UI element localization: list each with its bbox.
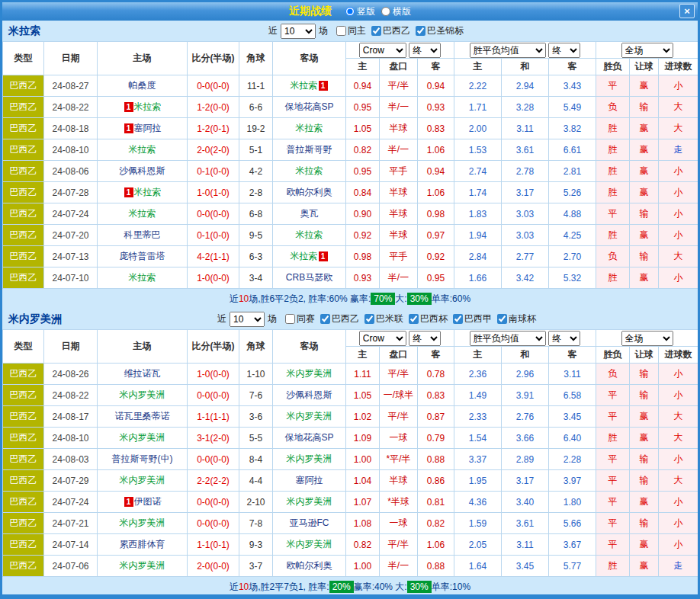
avg-type-select[interactable]: 胜平负均值	[470, 43, 546, 58]
team-link[interactable]: 米拉索	[134, 187, 162, 197]
odds-stage-select[interactable]: 终	[409, 43, 441, 58]
odds-home-cell: 1.07	[346, 492, 380, 513]
filter-option[interactable]: 同赛	[285, 312, 315, 325]
team-link[interactable]: 帕桑度	[129, 80, 156, 91]
team-link[interactable]: 欧帕尔利奥	[287, 560, 332, 571]
team-link[interactable]: 米拉索	[296, 165, 323, 176]
result-cell: 平	[596, 534, 630, 556]
handicap-result-cell: 输	[630, 513, 659, 534]
col-header-avg-away: 客	[549, 59, 596, 75]
filter-checkbox[interactable]	[364, 314, 374, 324]
team-link[interactable]: 米拉索	[134, 101, 162, 112]
team-link[interactable]: 米内罗美洲	[120, 560, 165, 571]
close-button[interactable]: ×	[679, 4, 695, 18]
team-link[interactable]: 亚马逊FC	[290, 517, 329, 528]
team-link[interactable]: 米内罗美洲	[120, 517, 165, 528]
col-header-score: 比分(半场)	[188, 330, 239, 364]
team-link[interactable]: 米拉索	[291, 251, 318, 261]
team-link[interactable]: 欧帕尔利奥	[287, 187, 332, 197]
filter-checkbox[interactable]	[336, 26, 346, 36]
team-link[interactable]: 庞特普雷塔	[120, 251, 165, 261]
handicap-cell: 平手	[380, 246, 418, 267]
avg-stage-select[interactable]: 终	[548, 331, 580, 346]
bookmaker-select[interactable]: Crow	[359, 331, 406, 346]
team-link[interactable]: 伊图诺	[134, 496, 162, 507]
score-cell: 4-2(1-1)	[188, 246, 239, 267]
team-link[interactable]: 沙佩科恩斯	[120, 165, 165, 176]
filter-option[interactable]: 巴西甲	[453, 312, 492, 325]
filter-checkbox[interactable]	[497, 314, 507, 324]
team-link[interactable]: 普拉斯哥野	[287, 144, 332, 155]
handicap-cell: 一球	[380, 428, 418, 449]
scope-group-header: 全场	[596, 330, 698, 347]
team-link[interactable]: 保地花高SP	[284, 432, 333, 443]
layout-horizontal-option[interactable]: 横版	[381, 5, 411, 18]
team-link[interactable]: 奥瓦	[300, 208, 319, 219]
team-link[interactable]: 米拉索	[291, 80, 318, 91]
filter-checkbox[interactable]	[320, 314, 330, 324]
filter-option[interactable]: 巴西乙	[371, 24, 410, 37]
odds-home-cell: 1.04	[346, 470, 380, 492]
team-link[interactable]: 米拉索	[129, 208, 156, 219]
filter-checkbox[interactable]	[453, 314, 463, 324]
team-link[interactable]: 沙佩科恩斯	[287, 389, 332, 400]
team-link[interactable]: 米拉索	[129, 272, 156, 283]
team-link[interactable]: 米内罗美洲	[120, 389, 165, 400]
team-link[interactable]: 米内罗美洲	[287, 411, 332, 421]
team-link[interactable]: 米内罗美洲	[287, 496, 332, 507]
col-header-odds-home: 主	[346, 347, 380, 364]
team-link[interactable]: 普拉斯哥野(中)	[112, 453, 173, 464]
scope-select[interactable]: 全场	[621, 43, 673, 58]
filter-option[interactable]: 巴圣锦标	[416, 24, 464, 37]
team-link[interactable]: 米内罗美洲	[120, 475, 165, 485]
filter-option[interactable]: 巴米联	[364, 312, 403, 325]
team-link[interactable]: CRB马瑟欧	[286, 272, 332, 283]
team-link[interactable]: 科里蒂巴	[124, 229, 161, 240]
filter-option[interactable]: 南球杯	[497, 312, 536, 325]
team-link[interactable]: 米内罗美洲	[120, 432, 165, 443]
team-link[interactable]: 塞阿拉	[296, 475, 323, 485]
filter-checkbox[interactable]	[371, 26, 381, 36]
odds-away-cell: 1.06	[418, 182, 454, 203]
filter-option[interactable]: 巴西乙	[320, 312, 359, 325]
odds-stage-select[interactable]: 终	[409, 331, 441, 346]
filter-option[interactable]: 同主	[336, 24, 366, 37]
recent-count-select[interactable]: 10	[281, 24, 316, 39]
horizontal-layout-radio[interactable]	[381, 7, 390, 16]
team-link[interactable]: 米拉索	[129, 144, 156, 155]
avg-stage-select[interactable]: 终	[548, 43, 580, 58]
filter-checkbox[interactable]	[416, 26, 425, 36]
team-link[interactable]: 累西腓体育	[120, 539, 165, 549]
team-link[interactable]: 诺瓦里桑蒂诺	[115, 411, 170, 421]
scope-select[interactable]: 全场	[621, 331, 673, 346]
team-link[interactable]: 米内罗美洲	[287, 539, 332, 549]
team-link[interactable]: 保地花高SP	[284, 101, 333, 112]
team-link[interactable]: 米内罗美洲	[287, 368, 332, 379]
bookmaker-select[interactable]: Crow	[359, 43, 406, 58]
filter-checkbox[interactable]	[285, 314, 295, 324]
summary-text: 近	[230, 581, 239, 594]
goals-result-cell: 小	[659, 492, 698, 513]
matches-table: 类型 日期 主场 比分(半场) 角球 客场 Crow 终 胜平负均值 终	[2, 329, 698, 577]
team-link[interactable]: 塞阿拉	[134, 123, 162, 133]
handicap-cell: 平/半	[380, 406, 418, 428]
avg-home-cell: 2.84	[454, 246, 502, 267]
team-link[interactable]: 米拉索	[296, 123, 323, 133]
team-link[interactable]: 维拉诺瓦	[124, 368, 161, 379]
avg-type-select[interactable]: 胜平负均值	[470, 331, 546, 346]
home-team-cell: 帕桑度	[98, 75, 188, 97]
handicap-cell: 一/球半	[380, 385, 418, 406]
team-link[interactable]: 米拉索	[296, 229, 323, 240]
match-row: 巴西乙24-08-181塞阿拉1-2(0-1)19-2米拉索1.05半球0.83…	[3, 118, 698, 139]
match-row: 巴西乙24-08-221米拉索1-2(0-0)6-6保地花高SP0.95半/一0…	[3, 97, 698, 118]
filter-option[interactable]: 巴西杯	[409, 312, 448, 325]
team-link[interactable]: 米内罗美洲	[287, 453, 332, 464]
corner-cell: 5-1	[239, 139, 273, 161]
filter-checkbox[interactable]	[409, 314, 419, 324]
result-cell: 平	[596, 406, 630, 428]
col-header-corner: 角球	[239, 42, 273, 75]
layout-vertical-option[interactable]: 竖版	[345, 5, 375, 18]
col-header-type: 类型	[3, 42, 44, 75]
recent-count-select[interactable]: 10	[230, 312, 265, 327]
vertical-layout-radio[interactable]	[345, 7, 355, 16]
